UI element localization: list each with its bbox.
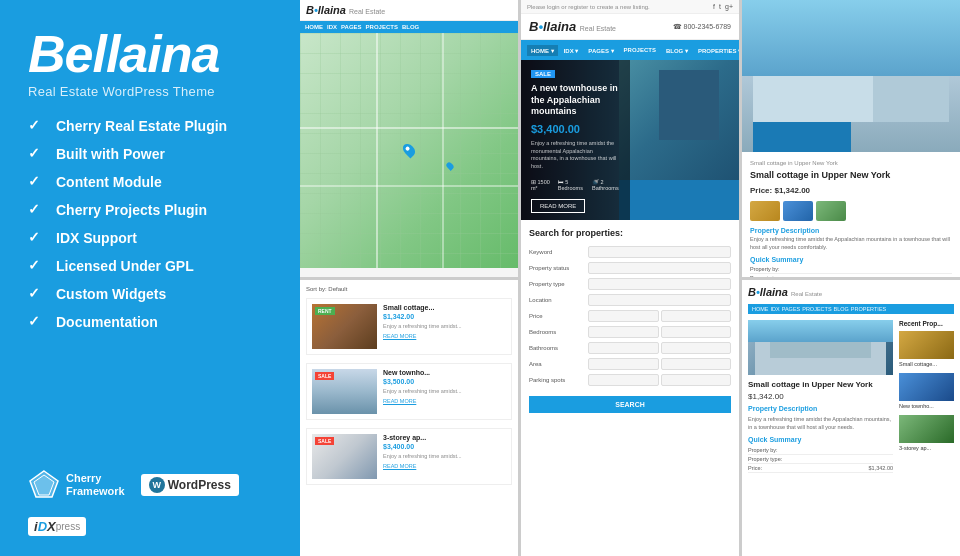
- area-max-input[interactable]: [661, 358, 732, 370]
- property-card-2: SALE New townho... $3,500.00 Enjoy a ref…: [306, 363, 512, 420]
- prop-title-2: New townho...: [383, 369, 506, 376]
- prop-image-3: SALE: [312, 434, 377, 479]
- prop-read-more-3[interactable]: READ MORE: [383, 463, 506, 469]
- prop-price-1: $1,342.00: [383, 313, 506, 320]
- ss5-row-id: Property by:: [748, 446, 893, 455]
- form-row-area: Area: [529, 358, 731, 370]
- ss3-title: Small cottage in Upper New York: [750, 170, 952, 180]
- ss5-nav-pages[interactable]: PAGES: [782, 306, 801, 312]
- search-title: Search for properties:: [529, 228, 731, 238]
- ss2-hero: SALE A new townhouse in the Appalachian …: [521, 60, 739, 220]
- bathrooms-min-input[interactable]: [588, 342, 659, 354]
- screenshot-3-property: Small cottage in Upper New York Small co…: [742, 0, 960, 277]
- google-icon: g+: [725, 3, 733, 10]
- prop-badge-sale: SALE: [315, 372, 334, 380]
- feature-label: Built with Power: [56, 146, 165, 162]
- parking-min-input[interactable]: [588, 374, 659, 386]
- ss3-inner: Small cottage in Upper New York Small co…: [742, 0, 960, 277]
- prop-read-more-1[interactable]: READ MORE: [383, 333, 506, 339]
- ss5-logo: B•llaina Real Estate: [748, 286, 954, 298]
- form-row-bathrooms: Bathrooms: [529, 342, 731, 354]
- ss1-nav: HOME IDX PAGES PROJECTS BLOG: [300, 21, 518, 33]
- ss3-note: Small cottage in Upper New York: [750, 160, 952, 166]
- feature-item: Cherry Real Estate Plugin: [28, 117, 272, 135]
- bedrooms-max-input[interactable]: [661, 326, 732, 338]
- bedrooms-min-input[interactable]: [588, 326, 659, 338]
- idx-label: iDX: [34, 519, 56, 534]
- hero-title: A new townhouse in the Appalachian mount…: [531, 83, 620, 118]
- ss2-topbar-text: Please login or register to create a new…: [527, 4, 650, 10]
- price-label: Price: [529, 313, 584, 319]
- screenshot-2-hero: Please login or register to create a new…: [521, 0, 739, 556]
- prop-badge-sale-3: SALE: [315, 437, 334, 445]
- sale-badge: SALE: [531, 70, 555, 78]
- area-min-input[interactable]: [588, 358, 659, 370]
- feature-label: Cherry Projects Plugin: [56, 202, 207, 218]
- check-icon: [28, 173, 46, 191]
- status-input[interactable]: [588, 262, 731, 274]
- ss5-nav-projects[interactable]: PROJECTS: [802, 306, 831, 312]
- ss2-nav-pages[interactable]: PAGES ▾: [584, 45, 617, 56]
- prop-price-3: $3,400.00: [383, 443, 506, 450]
- recent-item-1: Small cottage...: [899, 331, 954, 368]
- ss5-main: Small cottage in Upper New York $1,342.0…: [748, 320, 893, 474]
- features-list: Cherry Real Estate Plugin Built with Pow…: [28, 117, 272, 455]
- feature-item: IDX Support: [28, 229, 272, 247]
- ss5-nav-blog[interactable]: BLOG: [834, 306, 849, 312]
- hero-stat-bedrooms: 🛏 5 Bedrooms: [558, 179, 584, 191]
- ss5-row-price: Price:$1,342.00: [748, 464, 893, 473]
- ss5-nav-idx[interactable]: IDX: [771, 306, 780, 312]
- ss1-header: B•llaina Real Estate: [300, 0, 518, 21]
- prop-desc-1: Enjoy a refreshing time amidst...: [383, 323, 506, 331]
- prop-image-1: RENT: [312, 304, 377, 349]
- price-min-input[interactable]: [588, 310, 659, 322]
- form-row-parking: Parking spots: [529, 374, 731, 386]
- feature-label: Documentation: [56, 314, 158, 330]
- ss5-inner: B•llaina Real Estate HOME IDX PAGES PROJ…: [742, 280, 960, 557]
- ss2-nav-home[interactable]: HOME ▾: [527, 45, 558, 56]
- form-row-status: Property status: [529, 262, 731, 274]
- ss2-social: f t g+: [713, 3, 733, 10]
- cherry-logo: CherryFramework: [28, 469, 125, 501]
- brand-subtitle: Real Estate WordPress Theme: [28, 84, 272, 99]
- form-row-bedrooms: Bedrooms: [529, 326, 731, 338]
- feature-item: Built with Power: [28, 145, 272, 163]
- idx-subtitle: press: [56, 521, 80, 532]
- brand-title: Bellaina: [28, 28, 272, 80]
- hero-description: Enjoy a refreshing time amidst the monum…: [531, 140, 620, 171]
- ss5-nav-properties[interactable]: PROPERTIES: [851, 306, 886, 312]
- hero-stat-area: ⊞ 1500 m²: [531, 179, 550, 191]
- ss3-thumbnails: [750, 201, 952, 221]
- ss3-thumb-2: [783, 201, 813, 221]
- price-max-input[interactable]: [661, 310, 732, 322]
- ss2-nav-projects[interactable]: PROJECTS: [620, 45, 660, 55]
- search-form: Keyword Property status Property type Lo…: [529, 246, 731, 413]
- parking-max-input[interactable]: [661, 374, 732, 386]
- right-panel: B•llaina Real Estate HOME IDX PAGES PROJ…: [300, 0, 960, 556]
- screenshot-5-detail: B•llaina Real Estate HOME IDX PAGES PROJ…: [742, 280, 960, 557]
- ss2-nav-blog[interactable]: BLOG ▾: [662, 45, 692, 56]
- bathrooms-inputs: [588, 342, 731, 354]
- read-more-button[interactable]: READ MORE: [531, 199, 585, 213]
- type-input[interactable]: [588, 278, 731, 290]
- ss2-hero-image: [619, 60, 739, 220]
- ss4-sortby: Sort by: Default: [306, 286, 512, 292]
- summary-row: Property by:: [750, 265, 952, 274]
- ss5-desc-title: Property Description: [748, 405, 893, 412]
- search-button[interactable]: SEARCH: [529, 396, 731, 413]
- location-input[interactable]: [588, 294, 731, 306]
- ss5-nav-home[interactable]: HOME: [752, 306, 769, 312]
- prop-read-more-2[interactable]: READ MORE: [383, 398, 506, 404]
- ss2-nav-idx[interactable]: IDX ▾: [560, 45, 583, 56]
- ss2-phone: ☎ 800-2345-6789: [673, 23, 731, 31]
- bathrooms-max-input[interactable]: [661, 342, 732, 354]
- feature-item: Licensed Under GPL: [28, 257, 272, 275]
- prop-title-1: Small cottage...: [383, 304, 506, 311]
- prop-price-2: $3,500.00: [383, 378, 506, 385]
- ss2-nav-properties[interactable]: PROPERTIES ▾: [694, 45, 739, 56]
- keyword-input[interactable]: [588, 246, 731, 258]
- ss3-desc-text: Enjoy a refreshing time amidst the Appal…: [750, 236, 952, 251]
- ss3-summary-title: Quick Summary: [750, 256, 952, 263]
- check-icon: [28, 257, 46, 275]
- feature-label: IDX Support: [56, 230, 137, 246]
